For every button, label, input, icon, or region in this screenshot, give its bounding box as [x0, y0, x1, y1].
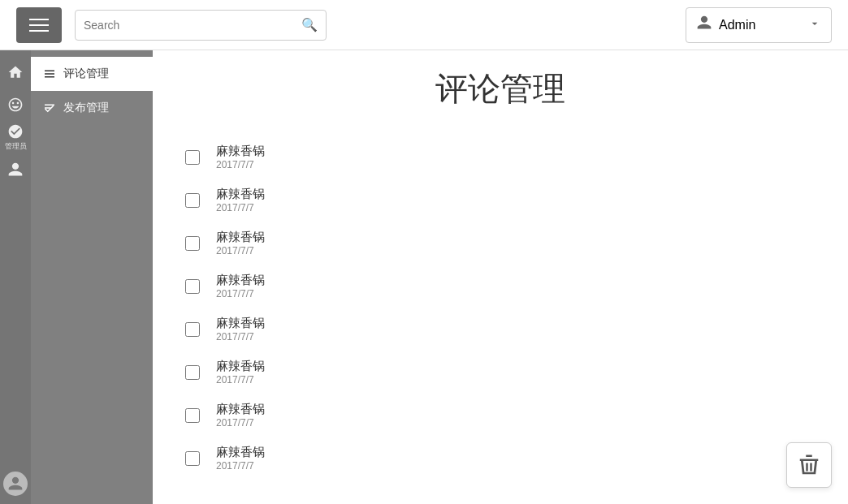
search-icon: 🔍	[301, 17, 318, 32]
comment-info-4: 麻辣香锅 2017/7/7	[216, 316, 265, 342]
sidebar-publish-mgmt-label: 发布管理	[63, 101, 109, 115]
hamburger-button[interactable]	[16, 7, 62, 43]
sidebar-comment-mgmt-label: 评论管理	[63, 67, 109, 81]
header: 🔍 Admin	[0, 0, 848, 50]
comment-date-7: 2017/7/7	[216, 460, 265, 472]
delete-button-container	[786, 442, 832, 488]
sidebar-item-comment-mgmt[interactable]: 评论管理	[31, 57, 153, 91]
avatar[interactable]	[3, 472, 28, 496]
comment-info-0: 麻辣香锅 2017/7/7	[216, 144, 265, 170]
admin-label: Admin	[719, 18, 755, 32]
comment-name-3: 麻辣香锅	[216, 273, 265, 288]
comment-date-0: 2017/7/7	[216, 159, 265, 170]
body-layout: 管理员 评论管理 发布管理 评论管理	[0, 50, 848, 504]
content-inner: 评论管理 麻辣香锅 2017/7/7 麻辣香锅 2017/7/7 麻辣香锅 20…	[153, 50, 848, 504]
comment-item: 麻辣香锅 2017/7/7	[185, 136, 816, 179]
header-left: 🔍	[16, 7, 327, 43]
comment-info-7: 麻辣香锅 2017/7/7	[216, 445, 265, 472]
comment-checkbox-4[interactable]	[185, 322, 200, 337]
admin-left: Admin	[696, 15, 755, 35]
comment-item: 麻辣香锅 2017/7/7	[185, 265, 816, 308]
comment-checkbox-6[interactable]	[185, 408, 200, 423]
hamburger-line-1	[29, 19, 49, 20]
comment-date-2: 2017/7/7	[216, 245, 265, 256]
admin-dropdown[interactable]: Admin	[686, 7, 832, 43]
comment-date-5: 2017/7/7	[216, 374, 265, 386]
search-input[interactable]	[84, 19, 301, 32]
comment-item: 麻辣香锅 2017/7/7	[185, 222, 816, 265]
comment-checkbox-7[interactable]	[185, 451, 200, 466]
comment-info-6: 麻辣香锅 2017/7/7	[216, 402, 265, 429]
icon-sidebar: 管理员	[0, 50, 31, 504]
hamburger-line-2	[29, 24, 49, 26]
sidebar-item-publish-mgmt[interactable]: 发布管理	[31, 91, 153, 125]
hamburger-line-3	[29, 30, 49, 32]
comment-checkbox-0[interactable]	[185, 150, 200, 165]
comment-name-0: 麻辣香锅	[216, 144, 265, 159]
comment-checkbox-3[interactable]	[185, 279, 200, 294]
comment-date-3: 2017/7/7	[216, 288, 265, 299]
comment-info-5: 麻辣香锅 2017/7/7	[216, 359, 265, 386]
page-title: 评论管理	[185, 67, 816, 111]
user-icon	[696, 15, 712, 35]
comment-name-2: 麻辣香锅	[216, 230, 265, 245]
content-area: 评论管理 麻辣香锅 2017/7/7 麻辣香锅 2017/7/7 麻辣香锅 20…	[153, 50, 848, 504]
comment-item: 麻辣香锅 2017/7/7	[185, 351, 816, 394]
comment-list: 麻辣香锅 2017/7/7 麻辣香锅 2017/7/7 麻辣香锅 2017/7/…	[185, 136, 816, 480]
sidebar-manager-label: 管理员	[5, 141, 27, 152]
sidebar-avatar-area	[3, 472, 28, 504]
comment-item: 麻辣香锅 2017/7/7	[185, 394, 816, 437]
sidebar-icon-home[interactable]	[0, 57, 31, 88]
main-sidebar: 评论管理 发布管理	[31, 50, 153, 504]
comment-info-2: 麻辣香锅 2017/7/7	[216, 230, 265, 256]
search-box: 🔍	[75, 10, 327, 41]
comment-info-3: 麻辣香锅 2017/7/7	[216, 273, 265, 299]
comment-item: 麻辣香锅 2017/7/7	[185, 308, 816, 351]
chevron-down-icon	[808, 17, 821, 33]
comment-checkbox-5[interactable]	[185, 365, 200, 380]
comment-name-7: 麻辣香锅	[216, 445, 265, 460]
comment-date-1: 2017/7/7	[216, 202, 265, 213]
comment-checkbox-2[interactable]	[185, 236, 200, 251]
comment-item: 麻辣香锅 2017/7/7	[185, 179, 816, 222]
comment-info-1: 麻辣香锅 2017/7/7	[216, 187, 265, 213]
trash-icon	[797, 453, 821, 477]
comment-checkbox-1[interactable]	[185, 193, 200, 208]
comment-name-5: 麻辣香锅	[216, 359, 265, 374]
sidebar-icon-user[interactable]	[0, 154, 31, 185]
comment-date-6: 2017/7/7	[216, 417, 265, 429]
sidebar-icon-emoji[interactable]	[0, 89, 31, 120]
comment-item: 麻辣香锅 2017/7/7	[185, 437, 816, 480]
comment-date-4: 2017/7/7	[216, 331, 265, 342]
sidebar-icon-manager[interactable]: 管理员	[0, 122, 31, 153]
comment-name-6: 麻辣香锅	[216, 402, 265, 417]
comment-name-4: 麻辣香锅	[216, 316, 265, 331]
comment-name-1: 麻辣香锅	[216, 187, 265, 202]
delete-button[interactable]	[786, 442, 832, 488]
